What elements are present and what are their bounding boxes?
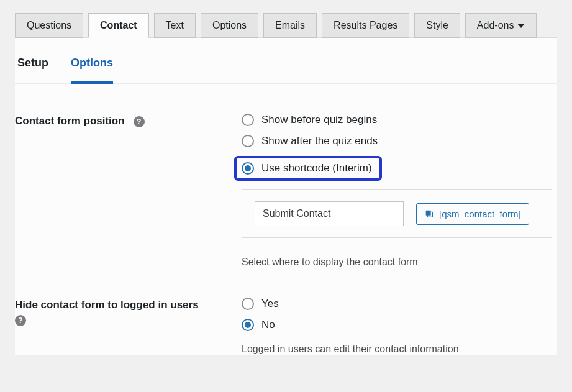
- radio-label: Show before quiz begins: [261, 114, 377, 126]
- contact-panel: Setup Options Contact form position ? Sh…: [15, 38, 557, 355]
- contact-position-label: Contact form position: [15, 115, 125, 127]
- help-icon[interactable]: ?: [15, 315, 26, 326]
- contact-position-radio-group: Show before quiz begins Show after the q…: [242, 114, 557, 181]
- radio-no[interactable]: No: [242, 319, 557, 331]
- hide-logged-in-help: Logged in users can edit their contact i…: [242, 344, 557, 355]
- field-hide-logged-in: Hide contact form to logged in users ? Y…: [15, 298, 557, 355]
- radio-label: Use shortcode (Interim): [261, 162, 372, 175]
- radio-show-after[interactable]: Show after the quiz ends: [242, 135, 557, 147]
- svg-rect-1: [426, 211, 431, 216]
- radio-use-shortcode[interactable]: Use shortcode (Interim): [234, 156, 382, 181]
- tab-emails[interactable]: Emails: [263, 13, 317, 38]
- help-icon[interactable]: ?: [134, 116, 145, 127]
- radio-icon: [242, 319, 254, 331]
- radio-icon: [242, 135, 254, 147]
- submit-contact-input[interactable]: [255, 201, 404, 226]
- radio-label: Show after the quiz ends: [261, 135, 378, 147]
- tab-text[interactable]: Text: [154, 13, 196, 38]
- radio-label: No: [261, 319, 275, 331]
- field-control-col: Yes No Logged in users can edit their co…: [242, 298, 557, 355]
- contact-position-help: Select where to display the contact form: [242, 257, 557, 268]
- radio-icon: [242, 298, 254, 310]
- hide-logged-in-radio-group: Yes No: [242, 298, 557, 331]
- radio-yes[interactable]: Yes: [242, 298, 557, 310]
- field-label-col: Hide contact form to logged in users ?: [15, 298, 242, 326]
- radio-show-before[interactable]: Show before quiz begins: [242, 114, 557, 126]
- tab-add-ons-label: Add-ons: [477, 20, 514, 31]
- subtab-options[interactable]: Options: [71, 57, 113, 76]
- sub-tabs: Setup Options: [15, 57, 557, 84]
- tab-results-pages[interactable]: Results Pages: [322, 13, 409, 38]
- hide-logged-in-label: Hide contact form to logged in users: [15, 299, 199, 311]
- field-control-col: Show before quiz begins Show after the q…: [242, 114, 557, 268]
- copy-icon: [424, 209, 434, 219]
- tab-add-ons[interactable]: Add-ons: [465, 13, 537, 38]
- radio-label: Yes: [261, 298, 279, 310]
- tab-contact[interactable]: Contact: [88, 13, 149, 38]
- subtab-setup[interactable]: Setup: [17, 57, 48, 76]
- tab-options[interactable]: Options: [201, 13, 258, 38]
- copy-shortcode-button[interactable]: [qsm_contact_form]: [416, 203, 529, 225]
- radio-icon: [242, 162, 254, 175]
- tab-style[interactable]: Style: [414, 13, 460, 38]
- tab-questions[interactable]: Questions: [15, 13, 83, 38]
- shortcode-box: [qsm_contact_form]: [242, 189, 552, 238]
- shortcode-text: [qsm_contact_form]: [439, 209, 521, 219]
- field-label-col: Contact form position ?: [15, 114, 242, 127]
- field-contact-position: Contact form position ? Show before quiz…: [15, 114, 557, 268]
- radio-icon: [242, 114, 254, 126]
- chevron-down-icon: [517, 24, 525, 28]
- top-tabs: Questions Contact Text Options Emails Re…: [15, 12, 557, 38]
